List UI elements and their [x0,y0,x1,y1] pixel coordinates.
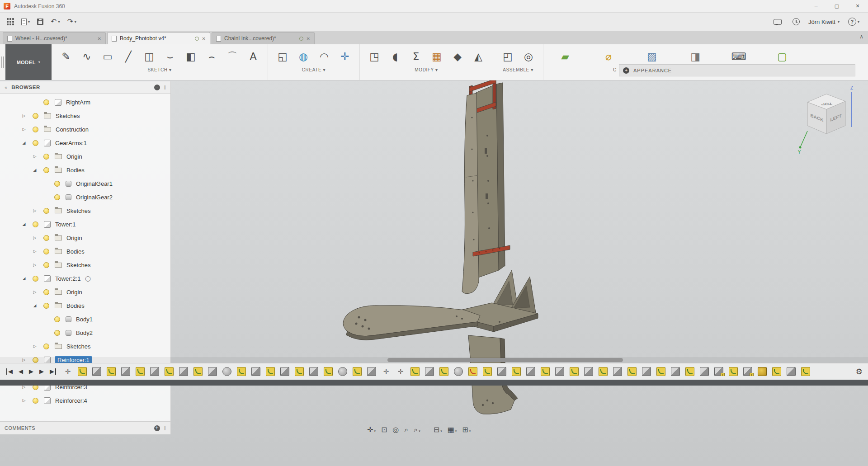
construct-plane-icon[interactable]: ▰ [557,47,573,66]
spline-icon[interactable]: ∿ [79,47,95,66]
timeline-feature-move[interactable]: ✛ [382,367,391,376]
visibility-bulb-icon[interactable] [54,330,60,336]
timeline-feature-sketch[interactable] [324,367,333,376]
canvas-icon[interactable]: ▨ [644,47,660,66]
timeline-feature-sketch[interactable] [439,367,448,376]
fit-point-spline-icon[interactable]: ⌣ [162,47,178,66]
visibility-bulb-icon[interactable] [43,344,49,349]
make-icon[interactable]: ◨ [687,47,703,66]
visibility-bulb-icon[interactable] [33,398,38,404]
timeline-feature-sketch[interactable] [656,367,665,376]
close-button[interactable]: ✕ [847,0,868,12]
joint-icon[interactable]: ◎ [520,47,537,66]
timeline-feature-extrude[interactable] [309,367,318,376]
timeline-feature-extrude[interactable] [121,367,130,376]
browser-item[interactable]: ◢Bodies [0,163,170,177]
timeline-feature-cylinder[interactable] [338,367,347,376]
workspace-selector[interactable]: MODEL ▾ [5,44,52,80]
timeline-feature-sketch[interactable] [295,367,304,376]
create-form-icon[interactable]: ◍ [295,47,311,66]
tree-arrow-icon[interactable]: ▷ [32,235,38,240]
document-tab[interactable]: Body_Photobot v4*✕ [107,32,210,44]
timeline-settings-icon[interactable]: ⚙ [856,367,868,376]
visibility-bulb-icon[interactable] [43,249,49,254]
tree-arrow-icon[interactable]: ▷ [32,344,38,348]
visibility-bulb-icon[interactable] [43,154,49,160]
timeline-feature-sketch[interactable] [483,367,492,376]
timeline-feature-red[interactable] [468,367,477,376]
timeline-feature-sketch[interactable] [801,367,810,376]
timeline-feature-move[interactable]: ✛ [396,367,405,376]
visibility-bulb-icon[interactable] [43,167,49,173]
timeline-feature-sketch[interactable] [266,367,275,376]
browser-item[interactable]: Body1 [0,312,170,326]
three-point-arc-icon[interactable]: ⌒ [224,47,241,66]
timeline-feature-sketch[interactable] [599,367,608,376]
timeline-feature-sketch[interactable] [107,367,116,376]
loft-icon[interactable]: ◠ [316,47,332,66]
bottom-scroll-strip[interactable] [0,380,868,386]
change-parameters-icon[interactable]: ▦ [429,47,445,66]
browser-item[interactable]: ▷Origin [0,285,170,299]
visibility-bulb-icon[interactable] [43,262,49,268]
tree-arrow-icon[interactable]: ▷ [32,208,38,213]
browser-item[interactable]: ▷Sketches [0,339,170,353]
create-sketch-icon[interactable]: ✎ [58,47,74,66]
browser-item[interactable]: OriginalGear1 [0,177,170,190]
text-icon[interactable]: A [245,47,261,66]
toolbar-grip[interactable] [0,44,5,80]
browser-item[interactable]: ◢Tower:1 [0,217,170,231]
view-cube[interactable]: Z Y TOP BACK LEFT [797,84,860,159]
timeline-feature-extrude[interactable] [208,367,217,376]
file-menu-button[interactable]: ▾ [19,17,32,27]
tree-arrow-icon[interactable]: ◢ [21,141,27,145]
tree-arrow-icon[interactable]: ◢ [32,168,38,172]
undo-button[interactable]: ↶▾ [48,16,62,27]
press-pull-icon[interactable]: ◳ [366,47,382,66]
timeline-feature-extrude[interactable] [671,367,680,376]
new-component-icon[interactable]: ◰ [500,47,516,66]
visibility-bulb-icon[interactable] [33,127,38,132]
browser-item[interactable]: ▷Sketches [0,204,170,217]
timeline-feature-sketch[interactable] [237,367,246,376]
look-at-icon[interactable]: ⊡ [379,424,389,435]
tree-arrow-icon[interactable]: ▷ [32,154,38,159]
timeline-feature-sketch[interactable] [729,367,738,376]
timeline-scrollbar-thumb[interactable] [387,358,623,362]
timeline-feature-sketch[interactable] [627,367,637,376]
panel-toggle-button[interactable]: − [154,85,160,90]
timeline-feature-extrude[interactable] [425,367,434,376]
visibility-bulb-icon[interactable] [33,140,38,146]
rectangle-icon[interactable]: ▭ [99,47,116,66]
comments-bar[interactable]: COMMENTS + ∥ [0,421,170,434]
browser-item[interactable]: ▷Sketches [0,109,170,122]
timeline-feature-extrude[interactable] [280,367,289,376]
tree-arrow-icon[interactable]: ◢ [32,303,38,308]
move-icon[interactable]: ✛ [337,47,353,66]
viewport-canvas[interactable]: Z Y TOP BACK LEFT « BROWSER − ∥ RightArm… [0,80,868,466]
ribbon-group-label[interactable]: MODIFY ▾ [415,67,438,72]
browser-item[interactable]: ◢Tower:2:1◯ [0,272,170,285]
visibility-bulb-icon[interactable] [43,208,49,214]
browser-item[interactable]: ▷Origin [0,150,170,163]
tree-arrow-icon[interactable]: ▷ [32,290,38,294]
browser-item[interactable]: RightArm [0,95,170,109]
select-icon[interactable]: ▢ [774,47,790,66]
timeline-feature-extrude[interactable] [367,367,376,376]
visibility-bulb-icon[interactable] [54,316,60,322]
visibility-bulb-icon[interactable] [54,181,60,187]
timeline-feature-extrude[interactable] [700,367,709,376]
timeline-feature-extrude[interactable] [555,367,564,376]
timeline-feature-sketch[interactable] [772,367,781,376]
help-menu[interactable]: ?▾ [846,16,862,28]
browser-item[interactable]: ◢GearArms:1 [0,136,170,150]
timeline-feature-move[interactable]: ✛ [63,367,72,376]
timeline-feature-sketch[interactable] [136,367,145,376]
timeline-feature-gold[interactable] [758,367,767,376]
skip-to-end-button[interactable]: ▶ [50,368,56,375]
timeline-feature-extrude[interactable] [584,367,593,376]
tab-close-icon[interactable]: ✕ [202,36,206,41]
timeline-feature-extrude[interactable] [497,367,506,376]
browser-item[interactable]: Body2 [0,326,170,339]
browser-item[interactable]: ◢Bodies [0,299,170,312]
